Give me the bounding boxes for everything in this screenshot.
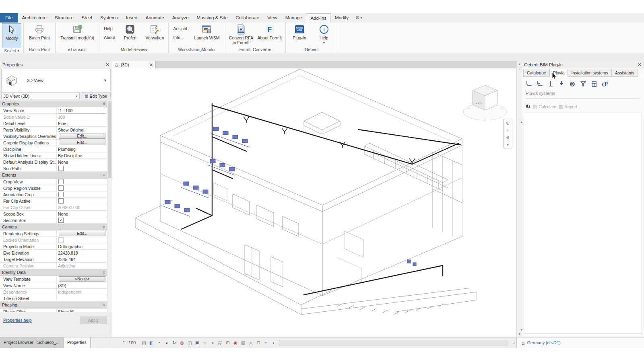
menu-tab-annotate[interactable]: Annotate: [142, 13, 168, 23]
hide-category-icon[interactable]: ◔: [156, 339, 162, 346]
isolate-category-icon[interactable]: ◕: [163, 339, 170, 346]
property-value[interactable]: None: [58, 212, 68, 216]
calculation-table-icon[interactable]: [590, 80, 598, 88]
batch-print-button[interactable]: Batch Print: [26, 23, 53, 41]
pan-icon[interactable]: ✛: [506, 128, 509, 132]
scroll-down-icon[interactable]: ▼: [520, 328, 523, 332]
menu-tab-add-ins[interactable]: Add-Ins: [306, 13, 331, 23]
convert-rfa-button[interactable]: R Convert RFA to FormIt: [227, 23, 255, 46]
pipe-branch-icon[interactable]: [536, 80, 544, 88]
pipe-riser-icon[interactable]: [547, 80, 555, 88]
displacement-sets-icon[interactable]: ⌂: [263, 339, 269, 346]
roof-outlet-icon[interactable]: [568, 80, 576, 88]
property-value[interactable]: Fine: [58, 121, 66, 126]
region-selector[interactable]: ⌂ Germany (de-DE): [516, 337, 644, 348]
checkbox[interactable]: [58, 179, 64, 184]
property-value[interactable]: Plumbing: [58, 147, 76, 152]
geberit-plugin-button[interactable]: KNOWHOW Plug-In: [288, 23, 311, 41]
sun-path-icon[interactable]: ☼: [202, 339, 208, 346]
show-crop-region-icon[interactable]: ⊞: [225, 339, 231, 346]
scroll-left-icon[interactable]: ‹: [271, 340, 276, 346]
close-icon[interactable]: ✕: [105, 62, 109, 67]
drawing-area[interactable]: (3D) ✕: [112, 61, 516, 337]
section-header-camera[interactable]: Camera≣: [0, 224, 107, 230]
view-tab-3d[interactable]: (3D) ✕: [112, 61, 156, 68]
steering-wheel-icon[interactable]: ◎: [506, 121, 510, 125]
menu-tab-manage[interactable]: Manage: [281, 13, 306, 23]
view-scale-control[interactable]: 1 : 100: [123, 340, 136, 345]
ribbon-display-toggle-icon[interactable]: ⊡ ▾: [353, 13, 365, 23]
section-header-graphics[interactable]: Graphics≣: [0, 101, 107, 107]
launch-wsm-button[interactable]: Launch WSM: [191, 23, 223, 41]
property-value[interactable]: 4345.464: [58, 257, 76, 262]
pipe-stack-icon[interactable]: [557, 80, 566, 88]
shadows-icon[interactable]: ◑: [209, 339, 216, 346]
analytical-model-icon[interactable]: ◬: [248, 339, 254, 346]
menu-tab-collaborate[interactable]: Collaborate: [231, 13, 263, 23]
modify-button[interactable]: Modify: [2, 23, 21, 48]
reveal-constraints-icon[interactable]: ⊟: [255, 339, 262, 346]
refresh-icon[interactable]: ↻: [526, 104, 530, 109]
zoom-icon[interactable]: ⊕: [506, 135, 509, 140]
property-value[interactable]: (3D): [58, 283, 66, 288]
menu-tab-systems[interactable]: Systems: [96, 13, 122, 23]
section-header-phasing[interactable]: Phasing≣: [0, 302, 107, 309]
type-selector[interactable]: 3D View ▼: [1, 69, 111, 92]
horizontal-scrollbar[interactable]: [279, 340, 508, 346]
geberit-help-button[interactable]: i Help ▾: [312, 23, 336, 45]
menu-tab-view[interactable]: View: [263, 13, 281, 23]
hide-element-icon[interactable]: ◍: [179, 339, 185, 346]
menu-tab-file[interactable]: File: [0, 13, 18, 23]
reveal-hidden-icon[interactable]: ◉: [232, 339, 239, 346]
verwalten-button[interactable]: Verwalten: [143, 23, 166, 41]
transmit-models-button[interactable]: Transmit model(s): [58, 23, 97, 41]
checkbox[interactable]: [58, 198, 64, 204]
visual-style-icon[interactable]: ◧: [148, 339, 155, 346]
property-edit-button[interactable]: Edit...: [59, 134, 105, 139]
ansicht-button[interactable]: Ansicht: [173, 26, 187, 31]
reset-temporary-icon[interactable]: ↻: [171, 339, 178, 346]
property-value[interactable]: 100: [58, 115, 65, 119]
menu-tab-insert[interactable]: Insert: [122, 13, 142, 23]
navigation-bar[interactable]: ◎ ✛ ⊕ ▾: [503, 119, 512, 148]
report-button[interactable]: ▥ Report: [559, 104, 577, 109]
property-value[interactable]: 304800.000: [58, 205, 80, 210]
pipe-bend-icon[interactable]: [525, 80, 533, 88]
chevron-down-icon[interactable]: ▾: [507, 142, 509, 147]
checkbox[interactable]: [58, 185, 64, 191]
apply-button[interactable]: Apply: [80, 317, 107, 324]
property-value[interactable]: Adjusting: [58, 263, 75, 268]
properties-help-link[interactable]: Properties help: [3, 318, 32, 323]
plugin-tab-assistants[interactable]: Assistants: [612, 69, 638, 77]
panel-tab-properties[interactable]: Properties: [64, 337, 91, 348]
menu-tab-structure[interactable]: Structure: [51, 13, 78, 23]
info-button[interactable]: Info...: [173, 35, 187, 40]
menu-tab-analyze[interactable]: Analyze: [168, 13, 193, 23]
unlocked-view-icon[interactable]: ▣: [194, 339, 200, 346]
pruefen-button[interactable]: Prüfen: [118, 23, 142, 41]
scroll-right-icon[interactable]: ›: [512, 340, 516, 346]
property-value[interactable]: None: [58, 160, 68, 165]
calculate-button[interactable]: ▤ Calculate: [533, 104, 556, 109]
model-viewport[interactable]: Left ◎ ✛ ⊕ ▾: [112, 68, 516, 337]
section-header-identity-data[interactable]: Identity Data≣: [0, 269, 107, 276]
panel-label-select[interactable]: Select▾: [0, 48, 23, 53]
close-icon[interactable]: ✕: [149, 62, 153, 68]
menu-tab-steel[interactable]: Steel: [78, 13, 96, 23]
property-value[interactable]: By Discipline: [58, 153, 82, 158]
section-header-extents[interactable]: Extents≣: [0, 172, 107, 179]
viewcube[interactable]: Left: [462, 80, 508, 125]
properties-scrollbar[interactable]: [107, 101, 112, 312]
property-value[interactable]: Show Original: [58, 128, 84, 132]
fitting-icon[interactable]: [601, 80, 609, 88]
close-icon[interactable]: ✕: [638, 62, 642, 67]
checkbox[interactable]: [58, 192, 64, 197]
property-edit-button[interactable]: Edit...: [59, 140, 105, 145]
about-formit-button[interactable]: F About FormIt: [256, 23, 283, 41]
checkbox[interactable]: [58, 237, 64, 243]
property-value[interactable]: Independent: [58, 290, 81, 294]
checkbox[interactable]: [58, 166, 64, 171]
checkbox[interactable]: ✓: [58, 218, 64, 223]
crop-view-icon[interactable]: ◱: [217, 339, 223, 346]
menu-tab-massing-site[interactable]: Massing & Site: [193, 13, 232, 23]
